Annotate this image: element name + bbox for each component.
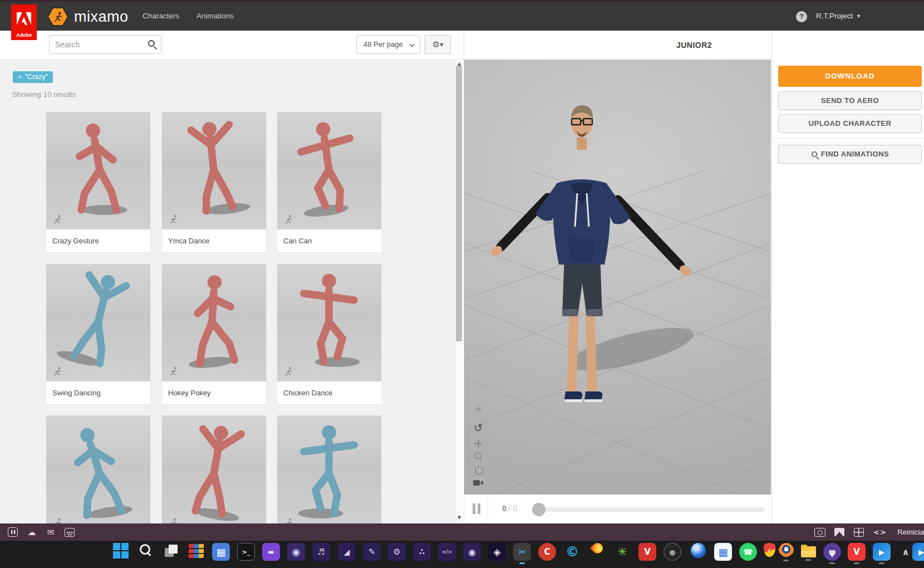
adobe-label: Adobe bbox=[16, 32, 32, 38]
download-button[interactable]: DOWNLOAD bbox=[778, 66, 922, 87]
media-server-glyph: ▬ bbox=[262, 543, 280, 561]
code-editor-icon[interactable]: </> bbox=[436, 543, 458, 567]
account-menu[interactable]: R.T.Project▼ bbox=[816, 2, 861, 31]
running-indicator bbox=[829, 562, 835, 564]
animation-card[interactable] bbox=[46, 415, 150, 523]
find-animations-button[interactable]: FIND ANIMATIONS bbox=[778, 145, 922, 164]
power-icon[interactable] bbox=[471, 463, 485, 475]
folder-tools-icon[interactable]: ⚙ bbox=[386, 543, 407, 567]
running-indicator bbox=[879, 562, 884, 564]
filter-chip-crazy[interactable]: ×"Crazy" bbox=[13, 71, 53, 83]
timeline-knob[interactable] bbox=[532, 503, 545, 516]
calendar-icon bbox=[65, 528, 75, 537]
animation-card[interactable]: Chicken Dance bbox=[277, 264, 381, 404]
animation-card[interactable]: Hokey Pokey bbox=[162, 264, 266, 404]
scrollbar-thumb[interactable] bbox=[456, 66, 462, 341]
tab-animations[interactable]: Animations bbox=[196, 2, 234, 31]
snipping-tool-icon[interactable]: ✂ bbox=[512, 543, 533, 567]
folder-icon[interactable] bbox=[798, 543, 819, 567]
spreadsheet-icon[interactable]: ▦ bbox=[712, 543, 734, 567]
microphone-icon[interactable]: ψ bbox=[822, 543, 843, 567]
globe-cursor-icon[interactable]: ◉ bbox=[286, 543, 307, 567]
rotate-icon[interactable]: ↺ bbox=[471, 422, 485, 434]
animation-card[interactable]: Ymca Dance bbox=[162, 112, 266, 252]
animation-title: Chicken Dance bbox=[277, 381, 381, 404]
copyright-icon[interactable]: © bbox=[562, 543, 583, 567]
camera-icon[interactable] bbox=[471, 477, 485, 489]
close-icon[interactable]: × bbox=[18, 74, 21, 80]
animation-card[interactable] bbox=[162, 415, 266, 523]
people-app-icon[interactable]: ∴ bbox=[411, 543, 432, 567]
chart-app-icon[interactable]: ◢ bbox=[336, 543, 357, 567]
search-input[interactable] bbox=[49, 35, 161, 54]
mixamo-hexagon-icon bbox=[47, 7, 68, 27]
adobe-a-icon bbox=[17, 12, 31, 25]
results-count: Showing 10 results bbox=[12, 90, 76, 99]
dock-panel-icon[interactable] bbox=[7, 526, 19, 538]
people-app-glyph: ∴ bbox=[413, 543, 431, 561]
flame-icon[interactable] bbox=[587, 543, 608, 567]
video-editor-icon[interactable]: ♬ bbox=[311, 543, 332, 567]
dock-panel-icon bbox=[8, 527, 18, 537]
animation-title: Can Can bbox=[277, 229, 381, 252]
timeline-slider[interactable] bbox=[535, 507, 765, 512]
ccleaner-icon[interactable]: C bbox=[537, 543, 558, 567]
search-icon bbox=[148, 40, 155, 47]
scroll-down-arrow[interactable]: ▼ bbox=[455, 515, 463, 521]
blue-disc-icon[interactable] bbox=[687, 543, 709, 567]
playback-divider bbox=[488, 494, 488, 523]
animation-card[interactable]: Swing Dancing bbox=[46, 264, 150, 404]
zoom-icon[interactable] bbox=[471, 450, 485, 462]
window-grid-icon[interactable] bbox=[853, 526, 865, 538]
animation-thumbnail bbox=[46, 264, 150, 381]
mixamo-logo[interactable]: mixamo bbox=[47, 7, 129, 27]
help-icon[interactable]: ? bbox=[796, 11, 807, 22]
animation-card[interactable]: Crazy Gesture bbox=[46, 112, 150, 252]
cloud-icon[interactable]: ☁ bbox=[26, 526, 38, 538]
files-edge-icon[interactable]: ▶ bbox=[911, 543, 924, 567]
animation-thumbnail bbox=[162, 415, 266, 523]
rubiks-cube-icon[interactable] bbox=[185, 543, 207, 567]
pause-button[interactable] bbox=[471, 503, 483, 515]
skull-icon[interactable]: ☠ bbox=[471, 402, 485, 414]
adobe-logo[interactable]: Adobe bbox=[11, 4, 37, 40]
image-icon[interactable] bbox=[833, 526, 846, 538]
media-server-icon[interactable]: ▬ bbox=[261, 543, 282, 567]
move-icon[interactable] bbox=[471, 437, 485, 449]
upload-character-button[interactable]: UPLOAD CHARACTER bbox=[778, 114, 922, 133]
task-view-icon[interactable] bbox=[160, 543, 181, 567]
calculator-icon[interactable]: ▦ bbox=[210, 543, 232, 567]
green-app-icon[interactable]: ✳ bbox=[612, 543, 633, 567]
animation-card[interactable] bbox=[277, 415, 381, 523]
character-viewport[interactable]: ☠↺ bbox=[464, 60, 771, 494]
pen-tool-icon[interactable]: ✎ bbox=[361, 543, 382, 567]
calendar-icon[interactable] bbox=[63, 526, 76, 538]
code-icon[interactable]: <> bbox=[874, 526, 886, 538]
search-taskbar-icon[interactable] bbox=[135, 543, 156, 567]
send-to-aero-button[interactable]: SEND TO AERO bbox=[778, 91, 922, 110]
terminal-icon[interactable]: >_ bbox=[235, 543, 257, 567]
animation-title: Hokey Pokey bbox=[162, 381, 266, 404]
tab-characters[interactable]: Characters bbox=[142, 2, 179, 31]
per-page-value: 48 Per page bbox=[363, 40, 403, 48]
mail-icon[interactable]: ✉ bbox=[45, 526, 57, 538]
desktop-statusbar: Reiniciar ☁✉<> bbox=[0, 523, 924, 541]
frame-separator: / bbox=[509, 504, 511, 513]
per-page-select[interactable]: 48 Per page bbox=[356, 35, 420, 54]
red-v-icon[interactable]: V bbox=[637, 543, 658, 567]
mixamo-app: mixamo Characters Animations ? R.T.Proje… bbox=[0, 0, 924, 568]
restart-button[interactable]: Reiniciar bbox=[897, 523, 924, 541]
files-app-icon[interactable]: ▶ bbox=[871, 543, 892, 567]
vivaldi-icon[interactable]: V bbox=[846, 543, 867, 567]
settings-dropdown-button[interactable]: ⚙▼ bbox=[425, 35, 451, 54]
animation-thumbnail bbox=[277, 264, 381, 381]
whatsapp-icon[interactable]: ☎ bbox=[738, 543, 759, 567]
start-button[interactable] bbox=[110, 543, 131, 567]
blender-icon[interactable] bbox=[775, 543, 797, 567]
globe-tools-icon[interactable]: ◉ bbox=[461, 543, 483, 567]
screenshot-icon[interactable] bbox=[814, 526, 826, 538]
diamond-app-icon[interactable]: ◈ bbox=[486, 543, 508, 567]
animation-card[interactable]: Can Can bbox=[277, 112, 381, 252]
animation-type-icon bbox=[283, 214, 294, 225]
dark-disc-icon[interactable]: ● bbox=[662, 543, 683, 567]
